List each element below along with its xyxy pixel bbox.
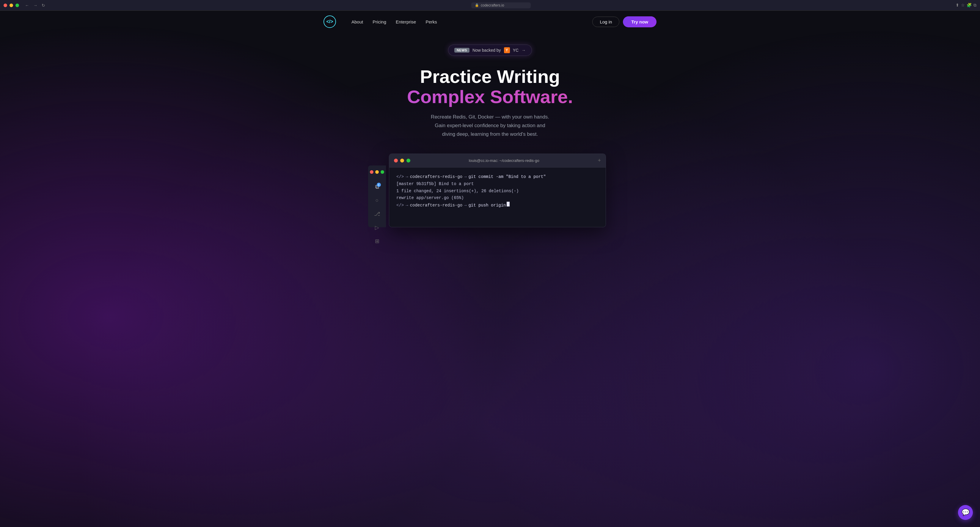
nav-enterprise[interactable]: Enterprise: [392, 17, 420, 26]
navbar: </> About Pricing Enterprise Perks Log i…: [312, 11, 668, 33]
term-output-2: [master 9b31f5b] Bind to a port: [396, 181, 474, 188]
nav-actions: Log in Try now: [592, 16, 657, 27]
chat-button[interactable]: 💬: [958, 505, 973, 520]
terminal-cursor: [507, 202, 510, 206]
subtitle-line3: diving deep, learning from the world's b…: [442, 131, 538, 137]
browser-maximize-btn[interactable]: [16, 3, 19, 7]
term-arrow-5: →: [406, 202, 408, 209]
subtitle-line1: Recreate Redis, Git, Docker — with your …: [431, 114, 549, 120]
terminal-close-dot: [394, 159, 398, 162]
term-prompt-5: </>: [396, 202, 404, 209]
browser-close-btn[interactable]: [3, 3, 7, 7]
browser-actions: ⬆ ☆ 🧩 ⧉: [956, 3, 977, 8]
sidebar-files-icon[interactable]: ⧉ 1: [375, 184, 379, 190]
term-arrow2-1: →: [464, 173, 466, 181]
sidebar-git-icon[interactable]: ⎇: [374, 211, 380, 217]
term-cmd-1: git commit -am "Bind to a port": [468, 173, 546, 181]
subtitle-line2: Gain expert-level confidence by taking a…: [435, 123, 545, 129]
logo[interactable]: </>: [323, 16, 336, 28]
term-prompt-1: </>: [396, 173, 404, 181]
vscode-minimize-dot: [375, 170, 379, 174]
hero-subtitle: Recreate Redis, Git, Docker — with your …: [418, 113, 562, 139]
terminal-window: louis@cc.io-mac: ~/codecrafters-redis-go…: [389, 154, 606, 227]
window-icon[interactable]: ⧉: [974, 3, 977, 8]
term-arrow-1: →: [406, 173, 408, 181]
sidebar-search-icon[interactable]: ○: [375, 197, 379, 203]
terminal-window-dots: [394, 159, 410, 162]
terminal-wrapper: ⧉ 1 ○ ⎇ ▷ ⊞ louis@cc.io-mac: ~/codecraft…: [368, 154, 612, 227]
browser-url: codecrafters.io: [481, 3, 504, 8]
terminal-line-2: [master 9b31f5b] Bind to a port: [396, 181, 598, 188]
term-output-3: 1 file changed, 24 insertions(+), 26 del…: [396, 188, 519, 195]
terminal-line-4: rewrite app/server.go (65%): [396, 195, 598, 202]
hero-title-line2: Complex Software.: [6, 87, 974, 107]
nav-pricing[interactable]: Pricing: [369, 17, 390, 26]
browser-address-bar-wrapper: 🔒 codecrafters.io: [49, 2, 953, 8]
sidebar-run-icon[interactable]: ▷: [375, 224, 379, 231]
terminal-line-5: </> → codecrafters-redis-go → git push o…: [396, 202, 598, 209]
extensions-icon[interactable]: 🧩: [967, 3, 972, 8]
term-path-1: codecrafters-redis-go: [410, 173, 462, 181]
terminal-maximize-dot: [406, 159, 410, 162]
news-arrow: →: [522, 48, 526, 52]
logo-icon: </>: [323, 16, 336, 28]
hero-title-line1: Practice Writing: [6, 67, 974, 87]
sidebar-extensions-icon[interactable]: ⊞: [375, 238, 379, 244]
term-path-5: codecrafters-redis-go: [410, 202, 462, 209]
terminal-title: louis@cc.io-mac: ~/codecrafters-redis-go: [410, 158, 598, 163]
hero-title: Practice Writing Complex Software.: [6, 67, 974, 107]
term-output-4: rewrite app/server.go (65%): [396, 195, 464, 202]
vscode-maximize-dot: [380, 170, 384, 174]
terminal-titlebar: louis@cc.io-mac: ~/codecrafters-redis-go…: [389, 154, 606, 168]
terminal-plus-btn[interactable]: +: [598, 157, 601, 163]
chat-icon: 💬: [962, 509, 970, 516]
share-icon[interactable]: ⬆: [956, 3, 959, 8]
vscode-window-dots: [370, 170, 384, 174]
term-arrow2-5: →: [464, 202, 466, 209]
browser-reload-btn[interactable]: ↻: [40, 2, 46, 8]
news-text: Now backed by: [473, 48, 501, 52]
browser-address-bar[interactable]: 🔒 codecrafters.io: [471, 2, 531, 8]
yc-icon: Y: [504, 47, 510, 53]
browser-minimize-btn[interactable]: [10, 3, 13, 7]
hero-section: NEWS Now backed by Y YC → Practice Writi…: [0, 33, 980, 139]
browser-nav: ← → ↻: [24, 2, 46, 8]
browser-forward-btn[interactable]: →: [32, 2, 39, 8]
vscode-close-dot: [370, 170, 374, 174]
page: </> About Pricing Enterprise Perks Log i…: [0, 11, 980, 227]
lock-icon: 🔒: [475, 3, 479, 7]
nav-about[interactable]: About: [348, 17, 367, 26]
term-cmd-5: git push origin: [468, 202, 506, 209]
browser-chrome: ← → ↻ 🔒 codecrafters.io ⬆ ☆ 🧩 ⧉: [0, 0, 980, 11]
login-button[interactable]: Log in: [592, 17, 619, 27]
terminal-line-1: </> → codecrafters-redis-go → git commit…: [396, 173, 598, 181]
nav-perks[interactable]: Perks: [422, 17, 440, 26]
yc-text: YC: [513, 48, 519, 52]
news-tag: NEWS: [454, 48, 469, 52]
bookmark-icon[interactable]: ☆: [961, 3, 965, 8]
try-now-button[interactable]: Try now: [623, 16, 657, 27]
terminal-line-3: 1 file changed, 24 insertions(+), 26 del…: [396, 188, 598, 195]
news-badge[interactable]: NEWS Now backed by Y YC →: [448, 44, 532, 56]
terminal-body: </> → codecrafters-redis-go → git commit…: [389, 168, 606, 227]
vscode-sidebar: ⧉ 1 ○ ⎇ ▷ ⊞: [368, 165, 386, 227]
terminal-minimize-dot: [400, 159, 404, 162]
notification-badge: 1: [377, 183, 381, 187]
browser-back-btn[interactable]: ←: [24, 2, 30, 8]
nav-links: About Pricing Enterprise Perks: [348, 17, 592, 26]
